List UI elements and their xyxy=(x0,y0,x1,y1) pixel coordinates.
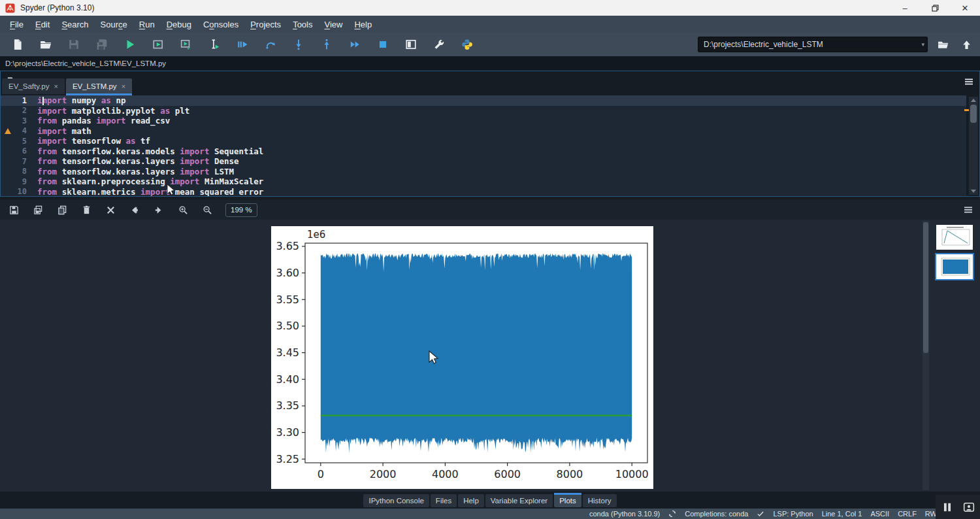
plot-thumbnail-1[interactable] xyxy=(936,225,973,250)
code-line-9[interactable]: 9from sklearn.preprocessing import MinMa… xyxy=(1,176,966,187)
run-selection-button[interactable] xyxy=(202,35,227,54)
save-all-plots-button[interactable] xyxy=(28,202,48,218)
scroll-down-icon[interactable] xyxy=(971,190,976,193)
code-line-7[interactable]: 7from tensorflow.keras.layers import Den… xyxy=(1,156,966,167)
menu-view[interactable]: View xyxy=(318,17,348,32)
run-file-button[interactable] xyxy=(118,35,142,54)
next-plot-button[interactable] xyxy=(149,202,169,218)
maximize-pane-button[interactable] xyxy=(399,35,423,54)
working-directory-combobox[interactable]: D:\projects\Electric_vehicle_LSTM ▾ xyxy=(698,37,928,52)
editor-tab-ev_safty-py[interactable]: EV_Safty.py× xyxy=(2,78,65,94)
editor-options-menu-button[interactable] xyxy=(964,76,974,90)
scrollbar-warning-marker xyxy=(964,109,969,111)
eol-status: CRLF xyxy=(898,510,917,518)
pause-icon xyxy=(941,501,953,513)
menu-source[interactable]: Source xyxy=(95,17,133,32)
code-line-3[interactable]: 3from pandas import read_csv xyxy=(1,116,966,126)
line-number: 7 xyxy=(22,157,27,166)
svg-text:4000: 4000 xyxy=(432,468,459,480)
previous-plot-button[interactable] xyxy=(125,202,144,218)
menu-run[interactable]: Run xyxy=(133,17,161,32)
tab-help[interactable]: Help xyxy=(458,494,484,507)
zoom-in-button[interactable] xyxy=(173,202,193,218)
zoom-out-button[interactable] xyxy=(197,202,217,218)
plots-scrollbar[interactable] xyxy=(923,221,929,490)
editor-tab-ev_lstm-py[interactable]: EV_LSTM.py× xyxy=(66,78,132,94)
line-number: 2 xyxy=(22,106,27,115)
svg-text:0: 0 xyxy=(318,468,324,480)
step-out-icon xyxy=(321,39,333,50)
scrollbar-thumb[interactable] xyxy=(970,105,977,123)
spyder-app-icon xyxy=(5,3,15,13)
menu-debug[interactable]: Debug xyxy=(161,17,197,32)
tab-ipython-console[interactable]: IPython Console xyxy=(363,494,429,507)
copy-plot-icon xyxy=(57,205,67,215)
close-button[interactable]: ✕ xyxy=(950,0,980,16)
run-cell-advance-button[interactable] xyxy=(174,35,199,54)
preferences-button[interactable] xyxy=(427,35,451,54)
code-line-5[interactable]: 5import tensorflow as tf xyxy=(1,136,966,146)
save-plot-button[interactable] xyxy=(4,202,24,218)
remove-plot-icon xyxy=(82,205,91,215)
tab-history[interactable]: History xyxy=(583,494,617,507)
scroll-up-icon[interactable] xyxy=(971,99,976,102)
code-line-4[interactable]: 4import math xyxy=(1,126,966,137)
pythonpath-manager-icon xyxy=(461,39,473,50)
code-editor[interactable]: 1import numpy as np2import matplotlib.py… xyxy=(1,95,966,196)
open-file-icon xyxy=(40,39,52,50)
remove-all-plots-button[interactable] xyxy=(101,202,120,218)
snapshot-button[interactable] xyxy=(960,498,977,516)
debug-step-button[interactable] xyxy=(258,35,283,54)
minimize-button[interactable]: – xyxy=(890,0,920,16)
browse-directory-button[interactable] xyxy=(934,36,951,53)
copy-plot-button[interactable] xyxy=(52,202,72,218)
line-number: 5 xyxy=(22,137,27,146)
continue-execution-button[interactable] xyxy=(342,35,367,54)
plot-canvas: 3.253.303.353.403.453.503.553.603.650200… xyxy=(271,226,653,489)
stop-execution-button[interactable] xyxy=(370,35,395,54)
save-all-button[interactable] xyxy=(90,35,114,54)
code-line-8[interactable]: 8from tensorflow.keras.layers import LST… xyxy=(1,167,966,177)
close-tab-icon[interactable]: × xyxy=(122,82,125,90)
run-cell-button[interactable] xyxy=(146,35,171,54)
code-line-10[interactable]: 10from sklearn.metrics import mean_squar… xyxy=(1,187,966,197)
run-file-icon xyxy=(124,39,136,50)
save-all-icon xyxy=(96,39,108,50)
menu-file[interactable]: File xyxy=(4,17,29,32)
restore-button[interactable] xyxy=(920,0,950,16)
step-into-button[interactable] xyxy=(286,35,311,54)
interpreter-status: conda (Python 3.10.9) xyxy=(589,510,660,518)
warning-icon xyxy=(5,128,11,134)
file-path-breadcrumb: D:\projects\Electric_vehicle_LSTM\EV_LST… xyxy=(0,56,980,71)
debug-file-button[interactable] xyxy=(230,35,255,54)
parent-directory-button[interactable] xyxy=(958,36,975,53)
line-number: 3 xyxy=(22,116,27,126)
open-file-button[interactable] xyxy=(33,35,58,54)
remove-plot-button[interactable] xyxy=(76,202,96,218)
plot-thumbnail-2[interactable] xyxy=(936,254,973,279)
new-file-button[interactable] xyxy=(5,35,30,54)
save-file-button[interactable] xyxy=(61,35,86,54)
chevron-down-icon[interactable]: ▾ xyxy=(921,41,924,48)
tab-plots[interactable]: Plots xyxy=(554,494,581,507)
tab-variable-explorer[interactable]: Variable Explorer xyxy=(485,494,553,507)
save-plot-icon xyxy=(9,205,19,215)
close-tab-icon[interactable]: × xyxy=(54,82,57,90)
step-out-button[interactable] xyxy=(314,35,339,54)
menu-help[interactable]: Help xyxy=(348,17,378,32)
plots-options-menu-button[interactable] xyxy=(963,205,973,218)
menu-consoles[interactable]: Consoles xyxy=(197,17,244,32)
menu-search[interactable]: Search xyxy=(56,17,94,32)
code-line-1[interactable]: 1import numpy as np xyxy=(1,95,966,106)
editor-scrollbar[interactable] xyxy=(969,97,978,195)
spyder-window: Spyder (Python 3.10) – ✕ FileEditSearchS… xyxy=(0,0,980,519)
menu-edit[interactable]: Edit xyxy=(29,17,56,32)
code-line-6[interactable]: 6from tensorflow.keras.models import Seq… xyxy=(1,146,966,157)
pause-button[interactable] xyxy=(938,498,956,516)
pythonpath-manager-button[interactable] xyxy=(455,35,480,54)
code-line-2[interactable]: 2import matplotlib.pyplot as plt xyxy=(1,106,966,116)
menu-tools[interactable]: Tools xyxy=(287,17,318,32)
menu-projects[interactable]: Projects xyxy=(244,17,287,32)
svg-text:3.65: 3.65 xyxy=(276,240,299,252)
tab-files[interactable]: Files xyxy=(431,494,457,507)
